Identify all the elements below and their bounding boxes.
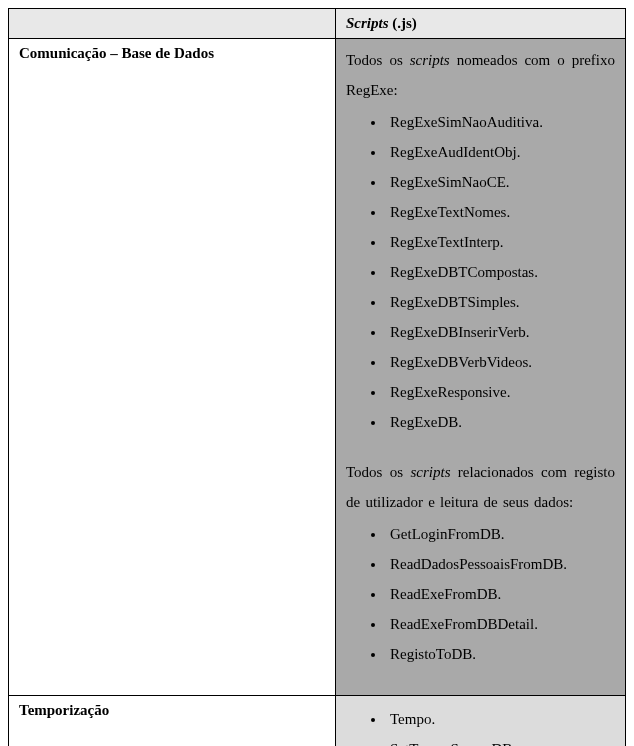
list-item: RegExeDBTSimples. [386, 287, 615, 317]
list-item: RegExeAudIdentObj. [386, 137, 615, 167]
list-item: RegExeDB. [386, 407, 615, 437]
intro-regexe: Todos os scripts nomeados com o prefixo … [346, 45, 615, 105]
row-db-left: Comunicação – Base de Dados [9, 39, 336, 696]
row-tempo-right: Tempo.SetTempoSessaoDB [336, 696, 626, 747]
list-item: ReadExeFromDB. [386, 579, 615, 609]
list-item: RegExeSimNaoAuditiva. [386, 107, 615, 137]
list-item: RegExeSimNaoCE. [386, 167, 615, 197]
list-item: ReadExeFromDBDetail. [386, 609, 615, 639]
table-header-row: Scripts (.js) [9, 9, 626, 39]
list-item: RegExeDBTCompostas. [386, 257, 615, 287]
scripts-table: Scripts (.js) Comunicação – Base de Dado… [8, 8, 626, 746]
list-item: GetLoginFromDB. [386, 519, 615, 549]
list-item: SetTempoSessaoDB [386, 734, 615, 746]
list-item: ReadDadosPessoaisFromDB. [386, 549, 615, 579]
spacer [346, 671, 615, 689]
row-temporizacao: Temporização Tempo.SetTempoSessaoDB [9, 696, 626, 747]
header-left-cell [9, 9, 336, 39]
row-db-right: Todos os scripts nomeados com o prefixo … [336, 39, 626, 696]
header-right-cell: Scripts (.js) [336, 9, 626, 39]
row-db-communication: Comunicação – Base de Dados Todos os scr… [9, 39, 626, 696]
list-item: RegExeTextInterp. [386, 227, 615, 257]
list-regexe: RegExeSimNaoAuditiva.RegExeAudIdentObj.R… [346, 107, 615, 437]
list-item: RegExeDBVerbVideos. [386, 347, 615, 377]
header-scripts-label: Scripts [346, 15, 389, 31]
list-item: RegistoToDB. [386, 639, 615, 669]
list-item: RegExeResponsive. [386, 377, 615, 407]
intro1-prefix: Todos os [346, 52, 410, 68]
list-item: Tempo. [386, 704, 615, 734]
list-item: RegExeTextNomes. [386, 197, 615, 227]
intro1-italic: scripts [410, 52, 450, 68]
list-userdata: GetLoginFromDB.ReadDadosPessoaisFromDB.R… [346, 519, 615, 669]
intro2-italic: scripts [410, 464, 450, 480]
intro2-prefix: Todos os [346, 464, 410, 480]
row-tempo-left: Temporização [9, 696, 336, 747]
spacer [346, 439, 615, 457]
list-tempo: Tempo.SetTempoSessaoDB [346, 704, 615, 746]
intro-userdata: Todos os scripts relacionados com regist… [346, 457, 615, 517]
header-ext-label: (.js) [389, 15, 417, 31]
list-item: RegExeDBInserirVerb. [386, 317, 615, 347]
